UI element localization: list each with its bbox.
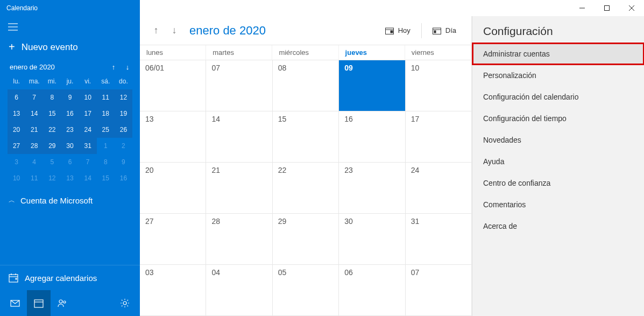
day-cell[interactable]: 07 (206, 60, 272, 111)
mini-day[interactable]: 30 (61, 138, 79, 154)
mini-day[interactable]: 10 (79, 89, 97, 106)
mini-day[interactable]: 3 (8, 154, 25, 170)
mini-day[interactable]: 28 (25, 138, 43, 154)
day-cell[interactable]: 28 (206, 214, 272, 264)
account-toggle[interactable]: ︿ Cuenta de Microsoft (0, 191, 140, 210)
settings-icon[interactable] (113, 290, 137, 316)
day-cell[interactable]: 23 (339, 163, 405, 213)
mini-day[interactable]: 20 (8, 122, 25, 138)
settings-item[interactable]: Personalización (472, 65, 644, 86)
mini-day[interactable]: 13 (61, 170, 79, 186)
view-button[interactable]: Día (427, 23, 462, 38)
chevron-up-icon: ︿ (9, 196, 15, 205)
mini-day[interactable]: 22 (43, 122, 61, 138)
day-cell[interactable]: 21 (206, 163, 272, 213)
mini-day[interactable]: 19 (115, 106, 132, 122)
window-close-button[interactable] (619, 0, 644, 16)
mini-day[interactable]: 1 (97, 138, 115, 154)
mini-prev-button[interactable]: ↑ (107, 63, 121, 71)
day-cell[interactable]: 03 (140, 265, 206, 315)
day-cell[interactable]: 13 (140, 111, 206, 162)
next-period-button[interactable]: ↓ (168, 25, 181, 36)
today-button[interactable]: Hoy (380, 23, 416, 38)
settings-title: Configuración (472, 16, 644, 43)
mini-day[interactable]: 4 (25, 154, 43, 170)
mini-day[interactable]: 17 (79, 106, 97, 122)
day-cell[interactable]: 06 (339, 265, 405, 315)
mini-day[interactable]: 12 (43, 170, 61, 186)
day-cell[interactable]: 30 (339, 214, 405, 264)
window-minimize-button[interactable] (570, 0, 595, 16)
new-event-button[interactable]: + Nuevo evento (0, 38, 140, 60)
day-cell[interactable]: 31 (406, 214, 471, 264)
mail-icon[interactable] (3, 290, 27, 316)
day-cell[interactable]: 29 (273, 214, 339, 264)
mini-day[interactable]: 9 (61, 89, 79, 106)
mini-day[interactable]: 11 (25, 170, 43, 186)
people-icon[interactable] (51, 290, 74, 316)
day-cell[interactable]: 10 (406, 60, 471, 111)
mini-day[interactable]: 27 (8, 138, 25, 154)
day-cell[interactable]: 15 (273, 111, 339, 162)
settings-item[interactable]: Novedades (472, 129, 644, 151)
calendar-icon[interactable] (27, 290, 51, 316)
mini-day[interactable]: 2 (115, 138, 132, 154)
mini-next-button[interactable]: ↓ (121, 63, 135, 71)
weekday-label: viernes (405, 45, 471, 60)
day-cell[interactable]: 05 (273, 265, 339, 315)
mini-day[interactable]: 12 (115, 89, 132, 106)
day-cell[interactable]: 09 (339, 60, 405, 111)
mini-day[interactable]: 8 (43, 89, 61, 106)
window-maximize-button[interactable] (595, 0, 619, 16)
settings-item[interactable]: Configuración del calendario (472, 86, 644, 108)
day-cell[interactable]: 08 (273, 60, 339, 111)
day-cell[interactable]: 14 (206, 111, 272, 162)
add-calendars-label: Agregar calendarios (25, 273, 97, 283)
mini-day[interactable]: 14 (79, 170, 97, 186)
day-cell[interactable]: 20 (140, 163, 206, 213)
day-cell[interactable]: 17 (406, 111, 471, 162)
mini-day[interactable]: 21 (25, 122, 43, 138)
mini-day[interactable]: 18 (97, 106, 115, 122)
mini-day[interactable]: 7 (25, 89, 43, 106)
mini-day[interactable]: 11 (97, 89, 115, 106)
menu-button[interactable] (0, 16, 26, 38)
settings-item[interactable]: Acerca de (472, 215, 644, 237)
mini-day[interactable]: 6 (61, 154, 79, 170)
mini-day[interactable]: 8 (97, 154, 115, 170)
day-cell[interactable]: 22 (273, 163, 339, 213)
svg-rect-29 (434, 31, 436, 33)
mini-day[interactable]: 15 (43, 106, 61, 122)
mini-day[interactable]: 25 (97, 122, 115, 138)
mini-day[interactable]: 13 (8, 106, 25, 122)
mini-day[interactable]: 29 (43, 138, 61, 154)
mini-day[interactable]: 23 (61, 122, 79, 138)
settings-item[interactable]: Ayuda (472, 151, 644, 172)
titlebar-spacer (140, 0, 570, 16)
mini-day[interactable]: 31 (79, 138, 97, 154)
mini-day[interactable]: 16 (61, 106, 79, 122)
settings-item[interactable]: Comentarios (472, 194, 644, 215)
settings-item[interactable]: Configuración del tiempo (472, 108, 644, 129)
mini-day[interactable]: 9 (115, 154, 132, 170)
day-cell[interactable]: 04 (206, 265, 272, 315)
day-cell[interactable]: 16 (339, 111, 405, 162)
mini-day[interactable]: 7 (79, 154, 97, 170)
settings-item[interactable]: Centro de confianza (472, 172, 644, 194)
mini-day[interactable]: 14 (25, 106, 43, 122)
day-cell[interactable]: 07 (406, 265, 471, 315)
mini-day[interactable]: 16 (115, 170, 132, 186)
day-cell[interactable]: 24 (406, 163, 471, 213)
mini-day[interactable]: 5 (43, 154, 61, 170)
svg-rect-1 (605, 6, 610, 11)
mini-day[interactable]: 24 (79, 122, 97, 138)
day-cell[interactable]: 06/01 (140, 60, 206, 111)
add-calendars-button[interactable]: Agregar calendarios (0, 265, 140, 290)
mini-day[interactable]: 6 (8, 89, 25, 106)
settings-item[interactable]: Administrar cuentas (472, 43, 644, 65)
mini-day[interactable]: 10 (8, 170, 25, 186)
mini-day[interactable]: 26 (115, 122, 132, 138)
mini-day[interactable]: 15 (97, 170, 115, 186)
day-cell[interactable]: 27 (140, 214, 206, 264)
prev-period-button[interactable]: ↑ (150, 25, 162, 36)
